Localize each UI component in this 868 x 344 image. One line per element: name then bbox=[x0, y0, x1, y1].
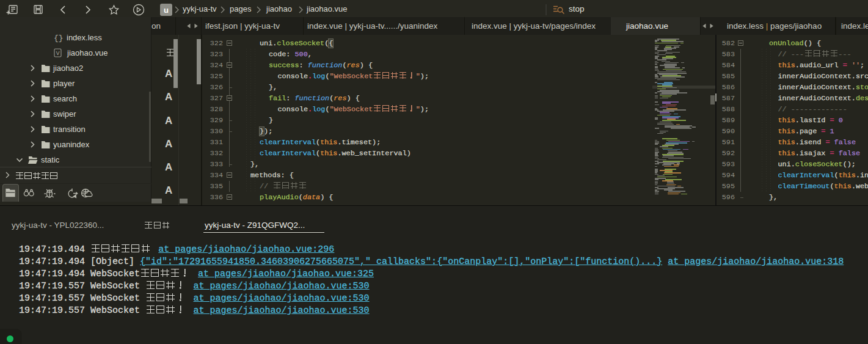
svg-text:V: V bbox=[56, 50, 60, 56]
svg-text:{}: {} bbox=[54, 34, 64, 43]
svg-text:u: u bbox=[164, 5, 169, 15]
